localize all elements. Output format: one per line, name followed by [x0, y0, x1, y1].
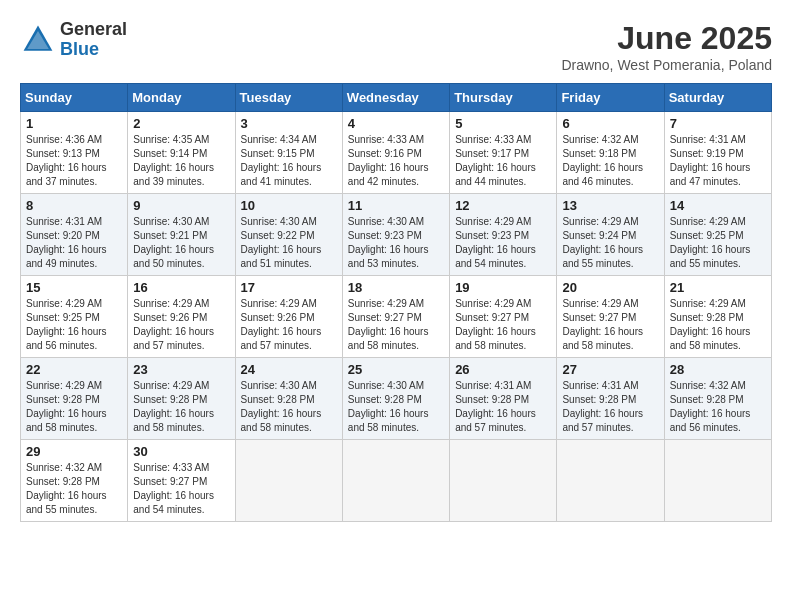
- calendar-week-row: 1 Sunrise: 4:36 AM Sunset: 9:13 PM Dayli…: [21, 112, 772, 194]
- calendar-cell: 28 Sunrise: 4:32 AM Sunset: 9:28 PM Dayl…: [664, 358, 771, 440]
- day-info: Sunrise: 4:30 AM Sunset: 9:21 PM Dayligh…: [133, 215, 229, 271]
- day-info: Sunrise: 4:32 AM Sunset: 9:28 PM Dayligh…: [26, 461, 122, 517]
- day-info: Sunrise: 4:34 AM Sunset: 9:15 PM Dayligh…: [241, 133, 337, 189]
- day-number: 17: [241, 280, 337, 295]
- logo-general: General: [60, 19, 127, 39]
- calendar-cell: 12 Sunrise: 4:29 AM Sunset: 9:23 PM Dayl…: [450, 194, 557, 276]
- day-number: 24: [241, 362, 337, 377]
- calendar-cell: 21 Sunrise: 4:29 AM Sunset: 9:28 PM Dayl…: [664, 276, 771, 358]
- calendar-cell: 13 Sunrise: 4:29 AM Sunset: 9:24 PM Dayl…: [557, 194, 664, 276]
- day-number: 1: [26, 116, 122, 131]
- title-block: June 2025 Drawno, West Pomerania, Poland: [561, 20, 772, 73]
- col-header-wednesday: Wednesday: [342, 84, 449, 112]
- day-number: 14: [670, 198, 766, 213]
- day-number: 20: [562, 280, 658, 295]
- day-number: 28: [670, 362, 766, 377]
- day-info: Sunrise: 4:31 AM Sunset: 9:19 PM Dayligh…: [670, 133, 766, 189]
- logo-blue: Blue: [60, 39, 99, 59]
- day-info: Sunrise: 4:29 AM Sunset: 9:25 PM Dayligh…: [670, 215, 766, 271]
- day-info: Sunrise: 4:29 AM Sunset: 9:28 PM Dayligh…: [133, 379, 229, 435]
- day-number: 6: [562, 116, 658, 131]
- calendar-header-row: SundayMondayTuesdayWednesdayThursdayFrid…: [21, 84, 772, 112]
- calendar-cell: 27 Sunrise: 4:31 AM Sunset: 9:28 PM Dayl…: [557, 358, 664, 440]
- col-header-monday: Monday: [128, 84, 235, 112]
- day-number: 25: [348, 362, 444, 377]
- calendar-cell: 3 Sunrise: 4:34 AM Sunset: 9:15 PM Dayli…: [235, 112, 342, 194]
- day-number: 29: [26, 444, 122, 459]
- day-number: 8: [26, 198, 122, 213]
- calendar-cell: [664, 440, 771, 522]
- day-info: Sunrise: 4:35 AM Sunset: 9:14 PM Dayligh…: [133, 133, 229, 189]
- col-header-thursday: Thursday: [450, 84, 557, 112]
- day-number: 22: [26, 362, 122, 377]
- calendar-cell: 14 Sunrise: 4:29 AM Sunset: 9:25 PM Dayl…: [664, 194, 771, 276]
- day-number: 5: [455, 116, 551, 131]
- logo-text: General Blue: [60, 20, 127, 60]
- day-number: 26: [455, 362, 551, 377]
- day-number: 13: [562, 198, 658, 213]
- day-number: 7: [670, 116, 766, 131]
- calendar-week-row: 8 Sunrise: 4:31 AM Sunset: 9:20 PM Dayli…: [21, 194, 772, 276]
- calendar-cell: 25 Sunrise: 4:30 AM Sunset: 9:28 PM Dayl…: [342, 358, 449, 440]
- day-number: 21: [670, 280, 766, 295]
- day-number: 4: [348, 116, 444, 131]
- calendar-cell: 8 Sunrise: 4:31 AM Sunset: 9:20 PM Dayli…: [21, 194, 128, 276]
- day-number: 16: [133, 280, 229, 295]
- day-number: 30: [133, 444, 229, 459]
- day-info: Sunrise: 4:29 AM Sunset: 9:28 PM Dayligh…: [26, 379, 122, 435]
- calendar-table: SundayMondayTuesdayWednesdayThursdayFrid…: [20, 83, 772, 522]
- day-number: 11: [348, 198, 444, 213]
- calendar-week-row: 15 Sunrise: 4:29 AM Sunset: 9:25 PM Dayl…: [21, 276, 772, 358]
- calendar-cell: 4 Sunrise: 4:33 AM Sunset: 9:16 PM Dayli…: [342, 112, 449, 194]
- calendar-cell: [557, 440, 664, 522]
- day-info: Sunrise: 4:30 AM Sunset: 9:22 PM Dayligh…: [241, 215, 337, 271]
- calendar-cell: 23 Sunrise: 4:29 AM Sunset: 9:28 PM Dayl…: [128, 358, 235, 440]
- day-number: 27: [562, 362, 658, 377]
- day-info: Sunrise: 4:29 AM Sunset: 9:25 PM Dayligh…: [26, 297, 122, 353]
- col-header-saturday: Saturday: [664, 84, 771, 112]
- day-info: Sunrise: 4:33 AM Sunset: 9:27 PM Dayligh…: [133, 461, 229, 517]
- day-info: Sunrise: 4:29 AM Sunset: 9:27 PM Dayligh…: [455, 297, 551, 353]
- day-info: Sunrise: 4:31 AM Sunset: 9:28 PM Dayligh…: [455, 379, 551, 435]
- calendar-cell: 10 Sunrise: 4:30 AM Sunset: 9:22 PM Dayl…: [235, 194, 342, 276]
- calendar-cell: 15 Sunrise: 4:29 AM Sunset: 9:25 PM Dayl…: [21, 276, 128, 358]
- calendar-cell: 6 Sunrise: 4:32 AM Sunset: 9:18 PM Dayli…: [557, 112, 664, 194]
- calendar-cell: 18 Sunrise: 4:29 AM Sunset: 9:27 PM Dayl…: [342, 276, 449, 358]
- calendar-cell: 9 Sunrise: 4:30 AM Sunset: 9:21 PM Dayli…: [128, 194, 235, 276]
- day-number: 9: [133, 198, 229, 213]
- day-number: 12: [455, 198, 551, 213]
- calendar-week-row: 22 Sunrise: 4:29 AM Sunset: 9:28 PM Dayl…: [21, 358, 772, 440]
- calendar-cell: [235, 440, 342, 522]
- calendar-cell: 20 Sunrise: 4:29 AM Sunset: 9:27 PM Dayl…: [557, 276, 664, 358]
- day-info: Sunrise: 4:32 AM Sunset: 9:28 PM Dayligh…: [670, 379, 766, 435]
- calendar-cell: 24 Sunrise: 4:30 AM Sunset: 9:28 PM Dayl…: [235, 358, 342, 440]
- day-info: Sunrise: 4:36 AM Sunset: 9:13 PM Dayligh…: [26, 133, 122, 189]
- calendar-cell: 19 Sunrise: 4:29 AM Sunset: 9:27 PM Dayl…: [450, 276, 557, 358]
- day-info: Sunrise: 4:29 AM Sunset: 9:26 PM Dayligh…: [133, 297, 229, 353]
- day-number: 2: [133, 116, 229, 131]
- logo-icon: [20, 22, 56, 58]
- day-number: 23: [133, 362, 229, 377]
- calendar-cell: 5 Sunrise: 4:33 AM Sunset: 9:17 PM Dayli…: [450, 112, 557, 194]
- day-info: Sunrise: 4:29 AM Sunset: 9:24 PM Dayligh…: [562, 215, 658, 271]
- calendar-cell: [450, 440, 557, 522]
- day-info: Sunrise: 4:30 AM Sunset: 9:28 PM Dayligh…: [241, 379, 337, 435]
- calendar-cell: 22 Sunrise: 4:29 AM Sunset: 9:28 PM Dayl…: [21, 358, 128, 440]
- calendar-cell: 2 Sunrise: 4:35 AM Sunset: 9:14 PM Dayli…: [128, 112, 235, 194]
- page-header: General Blue June 2025 Drawno, West Pome…: [20, 20, 772, 73]
- day-info: Sunrise: 4:33 AM Sunset: 9:17 PM Dayligh…: [455, 133, 551, 189]
- day-number: 15: [26, 280, 122, 295]
- location: Drawno, West Pomerania, Poland: [561, 57, 772, 73]
- day-info: Sunrise: 4:29 AM Sunset: 9:23 PM Dayligh…: [455, 215, 551, 271]
- day-number: 3: [241, 116, 337, 131]
- calendar-cell: 26 Sunrise: 4:31 AM Sunset: 9:28 PM Dayl…: [450, 358, 557, 440]
- calendar-cell: 29 Sunrise: 4:32 AM Sunset: 9:28 PM Dayl…: [21, 440, 128, 522]
- col-header-tuesday: Tuesday: [235, 84, 342, 112]
- day-info: Sunrise: 4:29 AM Sunset: 9:27 PM Dayligh…: [562, 297, 658, 353]
- calendar-cell: 7 Sunrise: 4:31 AM Sunset: 9:19 PM Dayli…: [664, 112, 771, 194]
- day-info: Sunrise: 4:33 AM Sunset: 9:16 PM Dayligh…: [348, 133, 444, 189]
- col-header-friday: Friday: [557, 84, 664, 112]
- col-header-sunday: Sunday: [21, 84, 128, 112]
- day-info: Sunrise: 4:29 AM Sunset: 9:26 PM Dayligh…: [241, 297, 337, 353]
- day-info: Sunrise: 4:30 AM Sunset: 9:28 PM Dayligh…: [348, 379, 444, 435]
